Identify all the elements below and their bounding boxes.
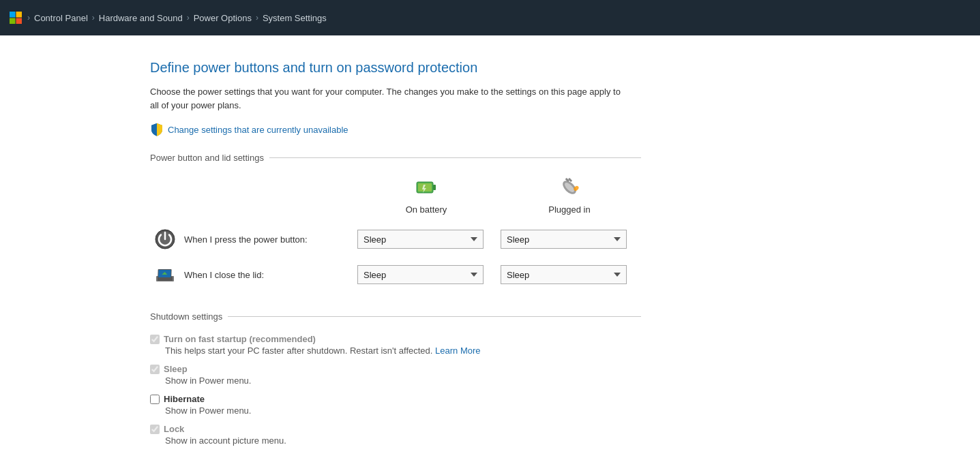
- breadcrumb-system-settings: System Settings: [263, 13, 327, 23]
- shield-uac-icon: [150, 123, 164, 136]
- svg-rect-2: [10, 18, 16, 25]
- lock-checkbox[interactable]: [150, 425, 160, 434]
- table-row: When I close the lid: Do nothing Sleep H…: [150, 257, 641, 292]
- svg-rect-8: [418, 183, 432, 191]
- power-settings-table: On battery: [150, 175, 641, 292]
- plugged-in-header: Plugged in: [498, 175, 641, 221]
- lid-plugged-in-select[interactable]: Do nothing Sleep Hibernate Shut down Tur…: [501, 265, 627, 284]
- on-battery-label: On battery: [406, 204, 447, 215]
- page-title: Define power buttons and turn on passwor…: [150, 60, 980, 76]
- hibernate-label: Hibernate: [164, 394, 205, 404]
- battery-icon: [355, 175, 498, 202]
- shutdown-section: Shutdown settings Turn on fast startup (…: [150, 311, 641, 446]
- fast-startup-sub: This helps start your PC faster after sh…: [165, 346, 641, 356]
- breadcrumb-power-options[interactable]: Power Options: [194, 13, 252, 23]
- main-content: Define power buttons and turn on passwor…: [0, 35, 980, 460]
- fast-startup-checkbox[interactable]: [150, 335, 160, 344]
- sleep-sub: Show in Power menu.: [165, 375, 641, 386]
- sleep-row: Sleep Show in Power menu.: [150, 364, 641, 386]
- power-button-icon: [153, 227, 177, 251]
- shutdown-section-divider: [228, 316, 641, 317]
- power-button-plugged-in-select[interactable]: Do nothing Sleep Hibernate Shut down Tur…: [501, 230, 627, 249]
- titlebar: › Control Panel › Hardware and Sound › P…: [0, 0, 980, 35]
- lock-sub: Show in account picture menu.: [165, 435, 641, 446]
- plugged-in-label: Plugged in: [548, 204, 590, 215]
- table-row: When I press the power button: Do nothin…: [150, 221, 641, 257]
- plug-icon: [498, 175, 641, 202]
- power-button-section-header: Power button and lid settings: [150, 153, 641, 163]
- sleep-label: Sleep: [164, 364, 188, 374]
- fast-startup-label: Turn on fast startup (recommended): [164, 334, 316, 344]
- section-divider: [269, 157, 641, 158]
- lock-label: Lock: [164, 424, 184, 434]
- breadcrumb-sep-2: ›: [187, 13, 190, 22]
- breadcrumb-sep-3: ›: [256, 13, 258, 22]
- page-description: Choose the power settings that you want …: [150, 85, 627, 112]
- svg-rect-1: [16, 12, 23, 18]
- lid-close-label: When I close the lid:: [184, 270, 273, 280]
- svg-rect-0: [10, 12, 16, 18]
- power-button-label: When I press the power button:: [184, 234, 317, 245]
- hibernate-checkbox[interactable]: [150, 395, 160, 404]
- hibernate-sub: Show in Power menu.: [165, 405, 641, 416]
- laptop-lid-icon: [153, 262, 177, 287]
- breadcrumb-hardware-sound[interactable]: Hardware and Sound: [99, 13, 183, 23]
- breadcrumb-sep-0: ›: [27, 13, 30, 22]
- shutdown-section-title: Shutdown settings: [150, 311, 222, 322]
- fast-startup-row: Turn on fast startup (recommended) This …: [150, 334, 641, 356]
- breadcrumb-sep-1: ›: [92, 13, 95, 22]
- svg-rect-7: [433, 185, 436, 190]
- change-settings-link[interactable]: Change settings that are currently unava…: [168, 125, 348, 135]
- power-button-section: Power button and lid settings: [150, 153, 641, 292]
- on-battery-header: On battery: [355, 175, 498, 221]
- sleep-checkbox[interactable]: [150, 365, 160, 374]
- change-settings-row: Change settings that are currently unava…: [150, 123, 980, 136]
- lock-row: Lock Show in account picture menu.: [150, 424, 641, 446]
- svg-rect-3: [16, 18, 23, 25]
- shutdown-section-header: Shutdown settings: [150, 311, 641, 322]
- lid-on-battery-select[interactable]: Do nothing Sleep Hibernate Shut down Tur…: [357, 265, 484, 284]
- windows-logo-icon: [8, 10, 23, 25]
- hibernate-row: Hibernate Show in Power menu.: [150, 394, 641, 416]
- power-button-on-battery-select[interactable]: Do nothing Sleep Hibernate Shut down Tur…: [357, 230, 484, 249]
- power-button-section-title: Power button and lid settings: [150, 153, 264, 163]
- learn-more-link[interactable]: Learn More: [435, 346, 480, 356]
- breadcrumb-control-panel[interactable]: Control Panel: [34, 13, 88, 23]
